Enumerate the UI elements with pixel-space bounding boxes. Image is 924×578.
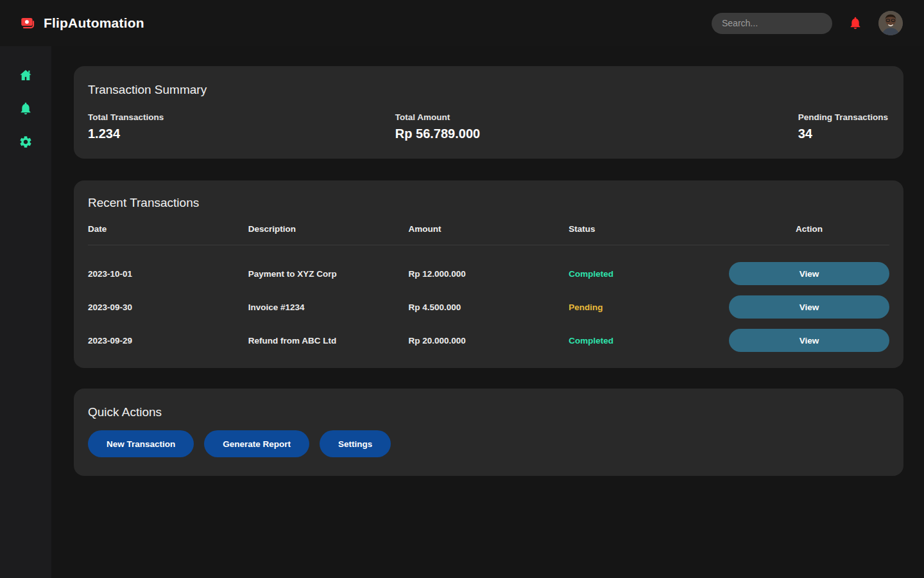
user-avatar[interactable]	[878, 11, 903, 35]
cell-date: 2023-09-30	[88, 302, 248, 312]
view-button[interactable]: View	[729, 295, 889, 319]
stat-total-transactions: Total Transactions 1.234	[88, 112, 164, 141]
settings-button[interactable]: Settings	[320, 430, 391, 457]
transactions-table: Date Description Amount Status Action 20…	[88, 224, 889, 357]
brand-title: FlipAutomation	[44, 15, 144, 31]
view-button[interactable]: View	[729, 262, 889, 285]
generate-report-button[interactable]: Generate Report	[204, 430, 309, 457]
cell-date: 2023-09-29	[88, 336, 248, 346]
quick-actions-card: Quick Actions New Transaction Generate R…	[74, 389, 903, 476]
cell-amount: Rp 20.000.000	[409, 336, 569, 346]
cell-description: Invoice #1234	[248, 302, 409, 312]
table-row: 2023-09-29 Refund from ABC Ltd Rp 20.000…	[88, 324, 889, 357]
summary-title: Transaction Summary	[88, 83, 889, 97]
brand: FlipAutomation	[19, 15, 144, 31]
notification-bell-icon[interactable]	[848, 16, 862, 30]
stat-label: Total Transactions	[88, 112, 164, 122]
cell-date: 2023-10-01	[88, 269, 248, 279]
cell-amount: Rp 4.500.000	[409, 302, 569, 312]
home-icon	[19, 68, 33, 82]
cell-amount: Rp 12.000.000	[409, 269, 569, 279]
bell-icon	[19, 101, 33, 116]
sidebar-item-notifications[interactable]	[19, 101, 33, 116]
sidebar-item-home[interactable]	[19, 68, 33, 82]
main-content: Transaction Summary Total Transactions 1…	[51, 46, 924, 578]
stat-value: 1.234	[88, 127, 164, 141]
sidebar-item-settings[interactable]	[19, 135, 33, 149]
gear-icon	[19, 135, 33, 149]
recent-transactions-card: Recent Transactions Date Description Amo…	[74, 180, 903, 368]
status-badge: Completed	[569, 336, 729, 346]
table-row: 2023-10-01 Payment to XYZ Corp Rp 12.000…	[88, 257, 889, 290]
stat-label: Pending Transactions	[798, 112, 888, 122]
column-header-action: Action	[729, 224, 889, 234]
column-header-date: Date	[88, 224, 248, 234]
column-header-amount: Amount	[409, 224, 569, 234]
cell-description: Payment to XYZ Corp	[248, 269, 409, 279]
app-header: FlipAutomation	[0, 0, 924, 46]
view-button[interactable]: View	[729, 329, 889, 352]
stat-pending-transactions: Pending Transactions 34	[798, 112, 888, 141]
flip-logo-icon	[19, 15, 36, 31]
stat-value: Rp 56.789.000	[395, 127, 480, 141]
table-row: 2023-09-30 Invoice #1234 Rp 4.500.000 Pe…	[88, 290, 889, 324]
stat-value: 34	[798, 127, 888, 141]
sidebar-nav	[0, 46, 51, 578]
new-transaction-button[interactable]: New Transaction	[88, 430, 194, 457]
column-header-description: Description	[248, 224, 409, 234]
search-input[interactable]	[712, 13, 832, 34]
quick-actions-title: Quick Actions	[88, 405, 889, 419]
transaction-summary-card: Transaction Summary Total Transactions 1…	[74, 66, 903, 159]
column-header-status: Status	[569, 224, 729, 234]
status-badge: Completed	[569, 269, 729, 279]
table-header-row: Date Description Amount Status Action	[88, 224, 889, 245]
transactions-title: Recent Transactions	[88, 196, 889, 210]
stat-total-amount: Total Amount Rp 56.789.000	[395, 112, 480, 141]
status-badge: Pending	[569, 302, 729, 312]
stat-label: Total Amount	[395, 112, 480, 122]
cell-description: Refund from ABC Ltd	[248, 336, 409, 346]
